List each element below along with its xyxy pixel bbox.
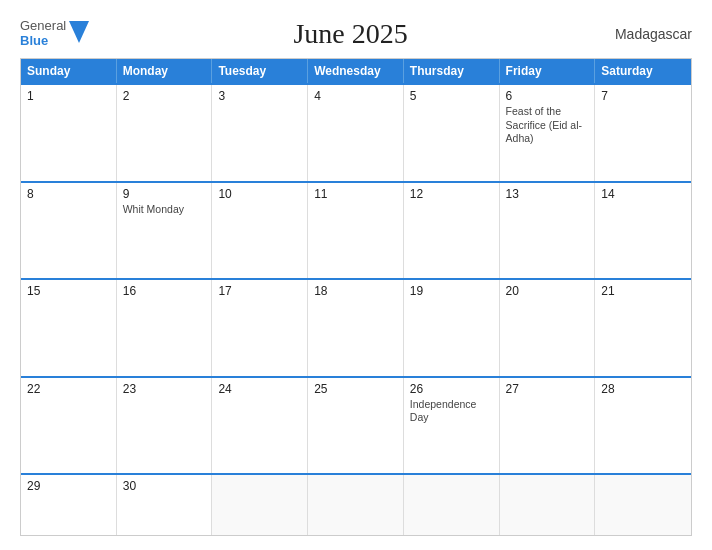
header: General Blue June 2025 Madagascar [20,18,692,50]
calendar-week-5: 29 30 [21,473,691,535]
cell-4-sat: 28 [595,378,691,474]
cell-3-tue: 17 [212,280,308,376]
cell-3-sat: 21 [595,280,691,376]
page: General Blue June 2025 Madagascar Sunday… [0,0,712,550]
cell-2-sun: 8 [21,183,117,279]
day-header-sun: Sunday [21,59,117,83]
cell-5-sun: 29 [21,475,117,535]
event-independence-day: Independence Day [410,398,493,425]
country-label: Madagascar [612,26,692,42]
calendar-week-1: 1 2 3 4 5 6 Feast of the Sacrifice (Eid … [21,83,691,181]
cell-2-sat: 14 [595,183,691,279]
cell-2-tue: 10 [212,183,308,279]
day-header-mon: Monday [117,59,213,83]
logo-blue: Blue [20,34,66,49]
cell-5-fri [500,475,596,535]
day-header-sat: Saturday [595,59,691,83]
cell-5-wed [308,475,404,535]
cell-4-thu: 26 Independence Day [404,378,500,474]
event-whit-monday: Whit Monday [123,203,206,217]
cell-3-wed: 18 [308,280,404,376]
cell-4-sun: 22 [21,378,117,474]
cell-4-tue: 24 [212,378,308,474]
cell-2-mon: 9 Whit Monday [117,183,213,279]
cell-3-sun: 15 [21,280,117,376]
cell-2-fri: 13 [500,183,596,279]
calendar-week-4: 22 23 24 25 26 Independence Day 27 28 [21,376,691,474]
cell-1-wed: 4 [308,85,404,181]
day-header-wed: Wednesday [308,59,404,83]
logo: General Blue [20,19,89,49]
cell-2-thu: 12 [404,183,500,279]
cell-1-thu: 5 [404,85,500,181]
cell-5-mon: 30 [117,475,213,535]
cell-2-wed: 11 [308,183,404,279]
calendar: Sunday Monday Tuesday Wednesday Thursday… [20,58,692,536]
cell-3-fri: 20 [500,280,596,376]
cell-4-wed: 25 [308,378,404,474]
cell-5-thu [404,475,500,535]
calendar-week-3: 15 16 17 18 19 20 21 [21,278,691,376]
cell-1-sat: 7 [595,85,691,181]
day-header-thu: Thursday [404,59,500,83]
svg-marker-0 [69,21,89,43]
day-header-tue: Tuesday [212,59,308,83]
calendar-week-2: 8 9 Whit Monday 10 11 12 13 14 [21,181,691,279]
calendar-header: Sunday Monday Tuesday Wednesday Thursday… [21,59,691,83]
cell-3-thu: 19 [404,280,500,376]
cell-1-tue: 3 [212,85,308,181]
cell-4-mon: 23 [117,378,213,474]
cell-5-sat [595,475,691,535]
cell-1-sun: 1 [21,85,117,181]
day-header-fri: Friday [500,59,596,83]
logo-icon [69,21,89,43]
cell-3-mon: 16 [117,280,213,376]
cell-1-mon: 2 [117,85,213,181]
cell-4-fri: 27 [500,378,596,474]
calendar-title: June 2025 [89,18,612,50]
cell-1-fri: 6 Feast of the Sacrifice (Eid al-Adha) [500,85,596,181]
calendar-body: 1 2 3 4 5 6 Feast of the Sacrifice (Eid … [21,83,691,535]
cell-5-tue [212,475,308,535]
event-eid: Feast of the Sacrifice (Eid al-Adha) [506,105,589,146]
logo-general: General [20,19,66,34]
